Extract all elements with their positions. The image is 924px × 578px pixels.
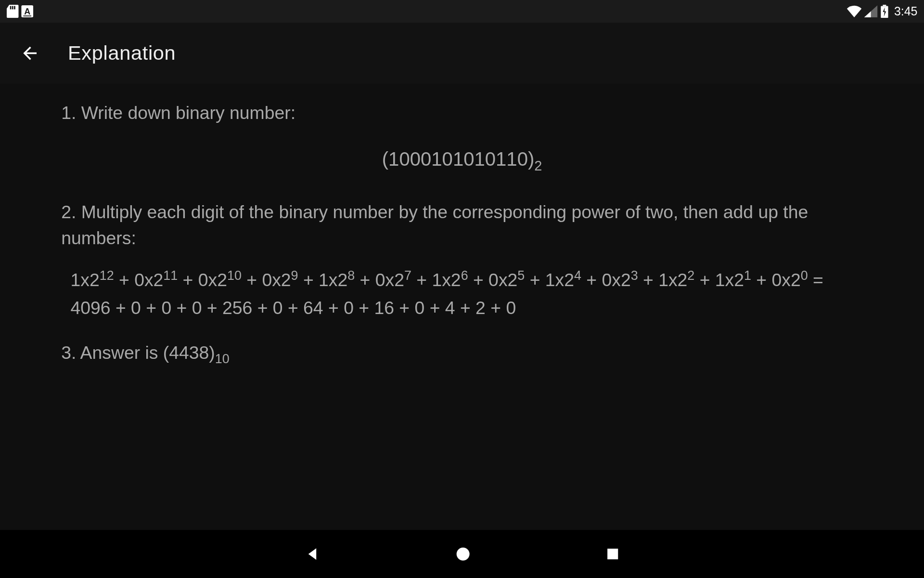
expansion-expression: 1x212 + 0x211 + 0x210 + 0x29 + 1x28 + 0x… [71,265,863,323]
step-2-label: 2. Multiply each digit of the binary num… [61,200,863,252]
content-area: 1. Write down binary number: (1000101010… [0,84,924,530]
text-input-indicator-icon: A [21,5,33,17]
status-right: 3:45 [847,4,918,18]
navigation-bar [0,530,924,578]
page-title: Explanation [68,42,176,65]
status-time: 3:45 [894,4,917,18]
answer-value: 4438 [169,343,209,363]
sd-card-icon [7,5,19,18]
svg-point-8 [456,548,469,561]
nav-home-icon[interactable] [454,545,471,563]
status-left: A [7,5,33,18]
svg-rect-2 [14,6,15,9]
answer-base: 10 [215,351,230,366]
cellular-signal-icon [864,5,878,17]
step-3-answer: 3. Answer is (4438)10 [61,341,863,368]
svg-rect-0 [10,6,12,9]
binary-base: 2 [534,158,542,173]
app-screen: A 3:45 Explanation 1. Write down binary … [0,0,924,578]
battery-charging-icon [880,5,889,18]
binary-number-display: (1000101010110)2 [61,145,863,176]
back-arrow-icon[interactable] [20,43,39,63]
step-1-label: 1. Write down binary number: [61,101,863,127]
svg-rect-9 [607,549,617,559]
svg-rect-1 [12,6,13,9]
wifi-icon [847,5,861,17]
binary-value: 1000101010110 [388,148,528,170]
svg-text:A: A [24,7,30,16]
svg-rect-6 [883,5,886,6]
nav-recent-icon[interactable] [604,546,620,562]
app-bar: Explanation [0,23,924,84]
nav-back-icon[interactable] [304,545,321,563]
status-bar: A 3:45 [0,0,924,23]
answer-prefix: 3. Answer is [61,343,163,363]
